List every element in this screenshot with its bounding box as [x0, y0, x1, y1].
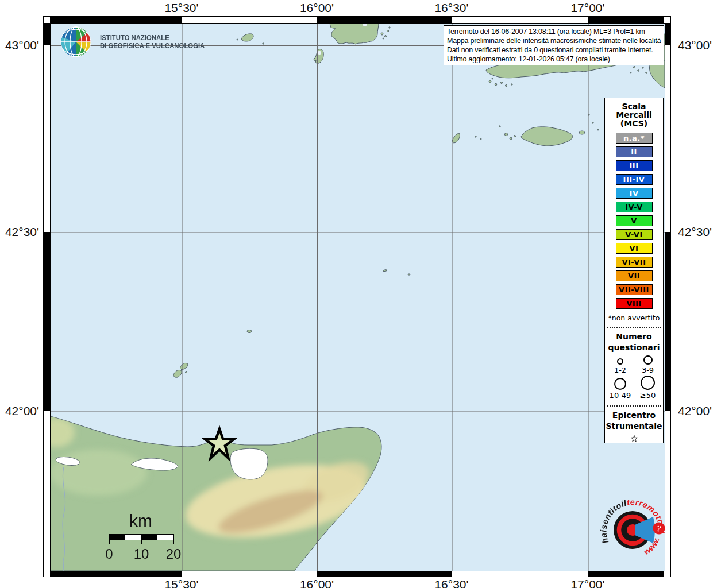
questionnaire-size-item: ≥50: [634, 376, 662, 401]
ingv-text-line1: ISTITUTO NAZIONALE: [100, 34, 205, 41]
axis-label-bottom: 15°30': [164, 578, 198, 588]
questionnaire-title-line: questionari: [608, 342, 660, 353]
epicenter-legend-star-icon: [627, 435, 641, 443]
questionnaire-circle-icon: [641, 376, 655, 390]
event-info-line: Terremoto del 16-06-2007 13:08:11 (ora l…: [447, 27, 661, 36]
mercalli-scale-box: VIII: [616, 298, 653, 309]
frame-segment: [317, 16, 452, 23]
mercalli-scale-list: n.a.*IIIIIIII-IVIVIV-VVV-VIVIVI-VIIVIIVI…: [616, 133, 653, 312]
mercalli-scale-box: VI: [616, 243, 653, 254]
legend-title-line: (MCS): [620, 119, 647, 128]
axis-label-right: 43°00': [678, 38, 712, 52]
questionnaire-size-item: 10-49: [607, 376, 634, 401]
mercalli-scale-box: n.a.*: [616, 133, 653, 144]
frame-segment: [50, 16, 182, 23]
axis-label-bottom: 17°00': [570, 578, 604, 588]
frame-segment: [664, 23, 671, 45]
axis-label-bottom: 16°00': [300, 578, 334, 588]
mercalli-scale-box: VII-VIII: [616, 284, 653, 295]
event-info-line: Dati non verificati estratti da 0 questi…: [447, 45, 661, 55]
frame-segment: [43, 232, 50, 411]
map-area: ? haisentitoilterremoto.it www.: [50, 23, 664, 570]
legend-title-line: Scala: [622, 102, 646, 111]
event-info-box: Terremoto del 16-06-2007 13:08:11 (ora l…: [444, 25, 664, 65]
frame-segment: [317, 570, 452, 577]
questionnaire-size-label: 1-2: [614, 366, 626, 374]
mercalli-scale-box: V-VI: [616, 229, 653, 240]
scale-tick-label: 0: [105, 546, 113, 562]
ingv-logo: ISTITUTO NAZIONALE DI GEOFISICA E VULCAN…: [60, 26, 225, 58]
event-info-line: Ultimo aggiornamento: 12-01-2026 05:47 (…: [447, 55, 661, 64]
questionnaire-circle-icon: [643, 355, 653, 365]
axis-label-top: 17°00': [570, 1, 604, 15]
axis-label-left: 43°00': [0, 38, 39, 52]
questionnaire-circle-icon: [617, 358, 623, 365]
questionnaire-title-line: Numero: [616, 331, 651, 342]
mercalli-scale-box: IV: [616, 188, 653, 199]
mercalli-scale-box: II: [616, 146, 653, 157]
legend-divider: [607, 327, 661, 328]
scale-tick-label: 20: [166, 546, 182, 562]
axis-label-top: 16°00': [300, 1, 334, 15]
questionnaire-size-label: ≥50: [640, 391, 656, 400]
frame-segment: [588, 570, 664, 577]
axis-label-bottom: 16°30': [434, 578, 468, 588]
mercalli-scale-box: V: [616, 215, 653, 226]
ingv-text-line2: DI GEOFISICA E VULCANOLOGIA: [100, 42, 205, 49]
axis-label-top: 16°30': [434, 1, 468, 15]
epicenter-title-line: Strumentale: [606, 421, 662, 432]
axis-label-right: 42°00': [678, 404, 712, 418]
epicenter-title-line: Epicentro: [612, 410, 656, 421]
questionnaire-size-item: 1-2: [607, 355, 634, 376]
ingv-logo-text: ISTITUTO NAZIONALE DI GEOFISICA E VULCAN…: [100, 34, 205, 49]
scale-tick-label: 10: [134, 546, 149, 562]
mercalli-scale-box: VI-VII: [616, 257, 653, 268]
questionnaire-size-legend: 1-23-910-49≥50: [607, 355, 662, 401]
mercalli-scale-box: III: [616, 160, 653, 171]
legend-panel: Scala Mercalli (MCS) n.a.*IIIIIIII-IVIVI…: [604, 98, 664, 443]
scale-bar-unit: km: [109, 511, 173, 531]
mercalli-scale-box: III-IV: [616, 174, 653, 185]
legend-footnote: *non avvertito: [608, 314, 660, 322]
mercalli-scale-box: IV-V: [616, 202, 653, 212]
ingv-globe-icon: [60, 26, 92, 58]
frame-segment: [50, 570, 182, 577]
legend-divider: [607, 405, 661, 407]
map-canvas: [51, 24, 665, 571]
axis-label-right: 42°30': [678, 225, 712, 239]
frame-segment: [43, 23, 50, 45]
haisentitoilterremoto-logo: ? haisentitoilterremoto.it www.: [598, 493, 672, 567]
questionnaire-circle-icon: [614, 378, 626, 390]
event-info-line: Mappa preliminare delle intensità macros…: [447, 36, 661, 45]
mercalli-scale-box: VII: [616, 270, 653, 281]
questionnaire-size-item: 3-9: [634, 355, 662, 376]
frame-segment: [664, 232, 671, 411]
macroseismic-map-page: 15°30'16°00'16°30'17°00'15°30'16°00'16°3…: [0, 0, 721, 588]
scale-bar: km 0 10 20: [109, 511, 173, 540]
axis-label-left: 42°00': [0, 404, 39, 418]
frame-segment: [588, 16, 664, 23]
scale-bar-segments: 0 10 20: [109, 534, 174, 540]
legend-title-line: Mercalli: [616, 111, 651, 119]
axis-label-left: 42°30': [0, 225, 39, 239]
questionnaire-size-label: 10-49: [610, 391, 631, 400]
questionnaire-size-label: 3-9: [642, 366, 654, 374]
axis-label-top: 15°30': [164, 1, 198, 15]
